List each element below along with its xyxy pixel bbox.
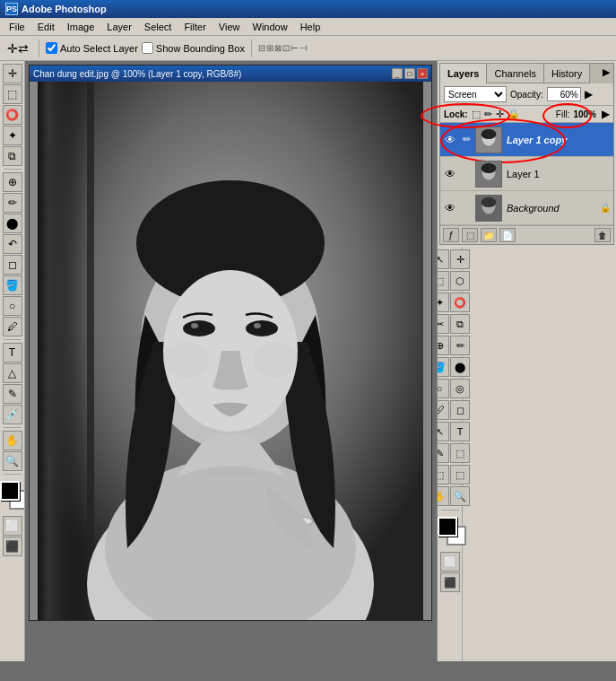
quick-mask-mode[interactable]: ⬜ — [3, 516, 22, 536]
tool-fill-r[interactable]: 🪣 — [438, 357, 449, 377]
new-group-btn[interactable]: 📁 — [481, 228, 497, 242]
tool-heal-r[interactable]: ⊕ — [438, 336, 449, 355]
tab-layers[interactable]: Layers — [440, 64, 487, 83]
layer-row-1[interactable]: 👁 Layer 1 — [440, 157, 613, 191]
add-mask-btn[interactable]: ⬚ — [462, 228, 478, 242]
app-icon: PS — [5, 3, 18, 15]
left-toolbox: ✛ ⬚ ⭕ ✦ ⧉ ⊕ ✏ ⬤ ↶ ◻ 🪣 ○ 🖊 T △ ✎ 💉 ✋ 🔍 ⬜ … — [0, 61, 25, 661]
fill-label: Fill: — [556, 109, 570, 119]
menu-image[interactable]: Image — [62, 20, 100, 34]
side-screen-mode[interactable]: ⬛ — [440, 572, 460, 592]
tool-hand[interactable]: ✋ — [3, 431, 22, 450]
blend-mode-select[interactable]: Screen Normal Multiply Overlay — [444, 86, 507, 102]
lock-all-icon[interactable]: 🔒 — [508, 109, 520, 120]
new-layer-btn[interactable]: 📄 — [499, 228, 516, 242]
tool-marquee2-r[interactable]: ⬚ — [438, 271, 449, 291]
tool-3d-r[interactable]: ⬚ — [450, 465, 470, 485]
tool-pen-r[interactable]: 🖊 — [438, 400, 449, 420]
fill-value: 100% — [573, 109, 596, 119]
tool-custom-shape-r[interactable]: ⬚ — [438, 465, 449, 485]
tool-eraser-r[interactable]: ◻ — [450, 400, 470, 420]
menu-edit[interactable]: Edit — [32, 20, 60, 34]
menu-layer[interactable]: Layer — [101, 20, 137, 34]
tool-pair-8: 🖊 ◻ — [438, 400, 470, 420]
tool-heal[interactable]: ⊕ — [3, 172, 22, 192]
tool-crop-r[interactable]: ⧉ — [450, 314, 470, 334]
tool-magic-r[interactable]: ✦ — [438, 292, 449, 312]
tool-zoom-r[interactable]: 🔍 — [450, 486, 470, 506]
canvas-close[interactable]: × — [417, 68, 428, 79]
lock-move-icon[interactable]: ✛ — [496, 109, 504, 120]
screen-mode[interactable]: ⬛ — [3, 537, 22, 556]
tool-dodge[interactable]: ○ — [3, 296, 22, 316]
tool-magic-wand[interactable]: ✦ — [3, 126, 22, 145]
tool-lasso-r[interactable]: ⭕ — [450, 292, 470, 312]
side-quick-mask[interactable]: ⬜ — [440, 552, 460, 572]
layer-row-1-copy[interactable]: 👁 ✏ Layer 1 copy — [440, 123, 613, 157]
layer-eye-1[interactable]: 👁 — [443, 167, 457, 181]
tool-marquee-r[interactable]: ↖ — [438, 249, 449, 269]
auto-select-label: Auto Select Layer — [46, 42, 138, 54]
auto-select-checkbox[interactable] — [46, 42, 57, 54]
tool-fill[interactable]: 🪣 — [3, 275, 22, 295]
move-tool-icon[interactable]: ✛⇄ — [4, 39, 32, 57]
tool-eraser[interactable]: ◻ — [3, 255, 22, 275]
tool-marquee[interactable]: ⬚ — [3, 84, 22, 104]
canvas-image — [30, 82, 431, 620]
tab-channels[interactable]: Channels — [487, 64, 543, 83]
tool-lasso[interactable]: ⭕ — [3, 105, 22, 125]
tool-move-r[interactable]: ✛ — [450, 249, 470, 269]
show-bounding-box-label: Show Bounding Box — [142, 42, 245, 54]
menu-select[interactable]: Select — [139, 20, 178, 34]
tool-brush-r[interactable]: ✏ — [450, 336, 470, 355]
menu-filter[interactable]: Filter — [178, 20, 211, 34]
tab-history[interactable]: History — [544, 64, 590, 83]
tool-pair-6: 🪣 ⬤ — [438, 357, 470, 377]
svg-point-24 — [482, 196, 497, 206]
layer-row-background[interactable]: 👁 Background 🔒 — [440, 191, 613, 225]
tool-stamp-r[interactable]: ⬤ — [450, 357, 470, 377]
tool-text-r[interactable]: T — [450, 422, 470, 441]
layer-brush-bg — [460, 202, 473, 214]
add-effect-btn[interactable]: ƒ — [443, 228, 459, 242]
side-fg-color[interactable] — [438, 517, 457, 537]
menu-file[interactable]: File — [4, 20, 30, 34]
show-bounding-box-checkbox[interactable] — [142, 42, 153, 54]
tool-hand-r[interactable]: ✋ — [438, 486, 449, 506]
fill-arrow[interactable]: ▶ — [602, 108, 610, 120]
menu-view[interactable]: View — [213, 20, 246, 34]
tool-notes[interactable]: ✎ — [3, 384, 22, 404]
tool-dodge-r[interactable]: ○ — [438, 379, 449, 398]
opacity-input[interactable] — [547, 87, 581, 101]
lock-brush-icon[interactable]: ✏ — [484, 109, 492, 120]
tool-notes-r[interactable]: ✎ — [438, 443, 449, 463]
lock-transparent-icon[interactable]: ⬚ — [472, 109, 481, 120]
opacity-arrow[interactable]: ▶ — [585, 88, 593, 100]
layer-eye-1-copy[interactable]: 👁 — [443, 133, 457, 147]
menu-help[interactable]: Help — [295, 20, 326, 34]
tool-text[interactable]: T — [3, 343, 22, 362]
tool-move[interactable]: ✛ — [3, 64, 22, 83]
tool-slice-r[interactable]: ✂ — [438, 314, 449, 334]
panel-menu-btn[interactable]: ▶ — [599, 64, 613, 83]
tool-crop[interactable]: ⧉ — [3, 146, 22, 166]
tool-history-brush[interactable]: ↶ — [3, 234, 22, 254]
canvas-minimize[interactable]: _ — [392, 68, 403, 79]
foreground-color[interactable] — [0, 481, 20, 501]
tool-arrow-r[interactable]: ↖ — [438, 422, 449, 441]
tool-eyedropper[interactable]: 💉 — [3, 405, 22, 424]
side-toolbox: ↖ ✛ ⬚ ⬡ ✦ ⭕ ✂ ⧉ ⊕ ✏ — [438, 247, 463, 661]
delete-layer-btn[interactable]: 🗑 — [594, 228, 611, 242]
tool-shape[interactable]: △ — [3, 363, 22, 383]
tool-zoom[interactable]: 🔍 — [3, 451, 22, 471]
tool-burn-r[interactable]: ◎ — [450, 379, 470, 398]
tool-brush[interactable]: ✏ — [3, 193, 22, 213]
menu-window[interactable]: Window — [247, 20, 293, 34]
tool-pen[interactable]: 🖊 — [3, 317, 22, 336]
layer-eye-bg[interactable]: 👁 — [443, 201, 457, 215]
tool-stamp[interactable]: ⬤ — [3, 214, 22, 233]
main-area: ✛ ⬚ ⭕ ✦ ⧉ ⊕ ✏ ⬤ ↶ ◻ 🪣 ○ 🖊 T △ ✎ 💉 ✋ 🔍 ⬜ … — [0, 61, 616, 661]
canvas-maximize[interactable]: □ — [404, 68, 415, 79]
tool-shape-r[interactable]: ⬡ — [450, 271, 470, 291]
tool-measure-r[interactable]: ⬚ — [450, 443, 470, 463]
